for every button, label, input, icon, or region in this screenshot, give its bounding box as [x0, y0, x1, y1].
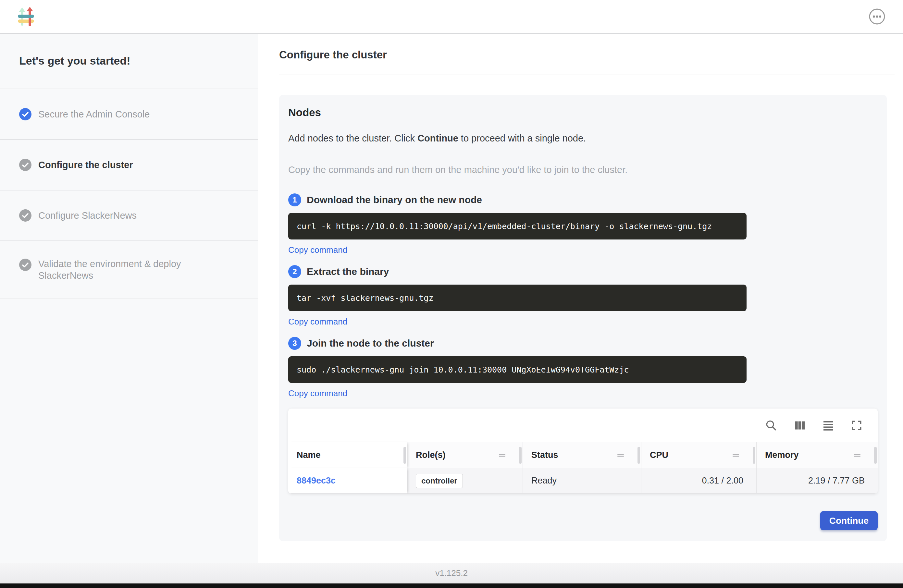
command-step-join-node: 3 Join the node to the cluster sudo ./sl… — [288, 337, 878, 398]
check-circle-icon — [19, 159, 31, 171]
table-toolbar — [288, 409, 878, 442]
sidebar-step-validate-deploy[interactable]: Validate the environment & deploy Slacke… — [0, 241, 258, 299]
sidebar-step-secure-admin-console[interactable]: Secure the Admin Console — [0, 89, 258, 139]
command-step-extract-binary: 2 Extract the binary tar -xvf slackernew… — [288, 265, 878, 327]
step-number-badge: 3 — [288, 337, 301, 350]
sidebar-heading: Let's get you started! — [0, 34, 258, 89]
command-code-block[interactable]: sudo ./slackernews-gnu join 10.0.0.11:30… — [288, 356, 747, 383]
version-label: v1.125.2 — [435, 568, 468, 578]
menu-ellipsis-button[interactable] — [868, 8, 886, 25]
node-memory-cell: 2.19 / 7.77 GB — [756, 468, 878, 494]
app-footer: v1.125.2 — [0, 563, 903, 583]
column-drag-icon[interactable] — [498, 451, 507, 459]
command-text: tar -xvf slackernews-gnu.tgz — [297, 293, 433, 303]
column-resize-handle[interactable] — [753, 447, 755, 464]
command-step-title: Download the binary on the new node — [307, 194, 482, 205]
toggle-density-icon[interactable] — [822, 419, 835, 432]
role-badge: controller — [416, 474, 463, 488]
check-circle-icon — [19, 209, 31, 222]
nodes-table-card: Name Role(s) Status — [288, 409, 878, 494]
command-step-title: Join the node to the cluster — [307, 338, 434, 349]
column-header-status[interactable]: Status — [522, 442, 641, 468]
sidebar-step-configure-slackernews[interactable]: Configure SlackerNews — [0, 190, 258, 241]
node-status-cell: Ready — [522, 468, 641, 494]
nodes-intro-text: Add nodes to the cluster. Click Continue… — [288, 133, 878, 144]
command-step-download-binary: 1 Download the binary on the new node cu… — [288, 193, 878, 255]
step-number-badge: 1 — [288, 193, 301, 206]
check-circle-icon — [19, 259, 31, 271]
nodes-card: Nodes Add nodes to the cluster. Click Co… — [279, 95, 887, 541]
column-header-cpu[interactable]: CPU — [641, 442, 756, 468]
command-code-block[interactable]: tar -xvf slackernews-gnu.tgz — [288, 285, 747, 311]
column-resize-handle[interactable] — [403, 447, 406, 464]
step-number-badge: 2 — [288, 265, 301, 278]
command-code-block[interactable]: curl -k https://10.0.0.11:30000/api/v1/e… — [288, 213, 747, 239]
table-row: 8849ec3c controller Ready 0.31 / 2.00 2.… — [288, 468, 878, 494]
column-resize-handle[interactable] — [874, 447, 877, 464]
admin-console-page: Let's get you started! Secure the Admin … — [0, 0, 903, 588]
column-resize-handle[interactable] — [637, 447, 640, 464]
check-circle-icon — [19, 108, 31, 120]
search-icon[interactable] — [765, 419, 778, 432]
page-title: Configure the cluster — [279, 49, 895, 61]
sidebar-step-configure-cluster[interactable]: Configure the cluster — [0, 139, 258, 190]
nodes-hint-text: Copy the commands and run them on the ma… — [288, 165, 878, 175]
step-label: Configure SlackerNews — [38, 210, 137, 221]
card-actions: Continue — [288, 511, 878, 530]
column-drag-icon[interactable] — [617, 451, 625, 459]
command-text: sudo ./slackernews-gnu join 10.0.0.11:30… — [297, 365, 629, 374]
column-drag-icon[interactable] — [853, 451, 861, 459]
step-label: Secure the Admin Console — [38, 108, 149, 120]
copy-command-link[interactable]: Copy command — [288, 245, 347, 255]
bottom-screen-edge — [0, 583, 903, 588]
toggle-fullscreen-icon[interactable] — [850, 419, 863, 432]
show-hide-columns-icon[interactable] — [793, 419, 806, 432]
column-drag-icon[interactable] — [732, 451, 740, 459]
setup-sidebar: Let's get you started! Secure the Admin … — [0, 34, 258, 563]
node-name-cell: 8849ec3c — [288, 468, 407, 494]
column-header-memory[interactable]: Memory — [756, 442, 878, 468]
step-label: Configure the cluster — [38, 159, 133, 171]
node-roles-cell: controller — [407, 468, 522, 494]
column-resize-handle[interactable] — [519, 447, 522, 464]
table-header-row: Name Role(s) Status — [288, 442, 878, 468]
slackernews-logo-icon — [17, 7, 35, 26]
node-name-link[interactable]: 8849ec3c — [297, 476, 336, 486]
nodes-heading: Nodes — [288, 107, 878, 119]
command-text: curl -k https://10.0.0.11:30000/api/v1/e… — [297, 222, 712, 231]
column-header-roles[interactable]: Role(s) — [407, 442, 522, 468]
column-header-name[interactable]: Name — [288, 442, 407, 468]
continue-button[interactable]: Continue — [820, 511, 878, 530]
title-divider — [279, 75, 895, 75]
top-header — [0, 0, 903, 34]
step-label: Validate the environment & deploy Slacke… — [38, 258, 227, 281]
copy-command-link[interactable]: Copy command — [288, 317, 347, 327]
node-cpu-cell: 0.31 / 2.00 — [641, 468, 756, 494]
copy-command-link[interactable]: Copy command — [288, 388, 347, 398]
command-step-title: Extract the binary — [307, 266, 389, 277]
main-content: Configure the cluster Nodes Add nodes to… — [258, 34, 903, 563]
